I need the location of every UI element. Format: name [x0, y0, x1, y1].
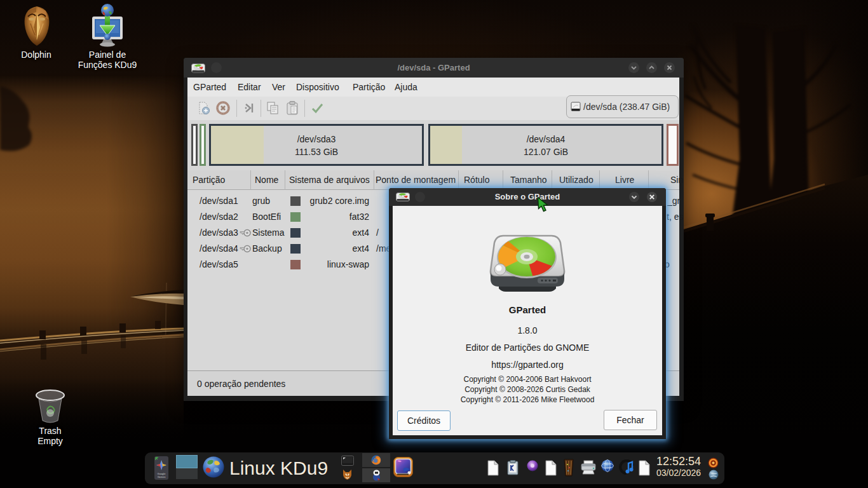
svg-text:Gemini: Gemini: [158, 475, 166, 478]
